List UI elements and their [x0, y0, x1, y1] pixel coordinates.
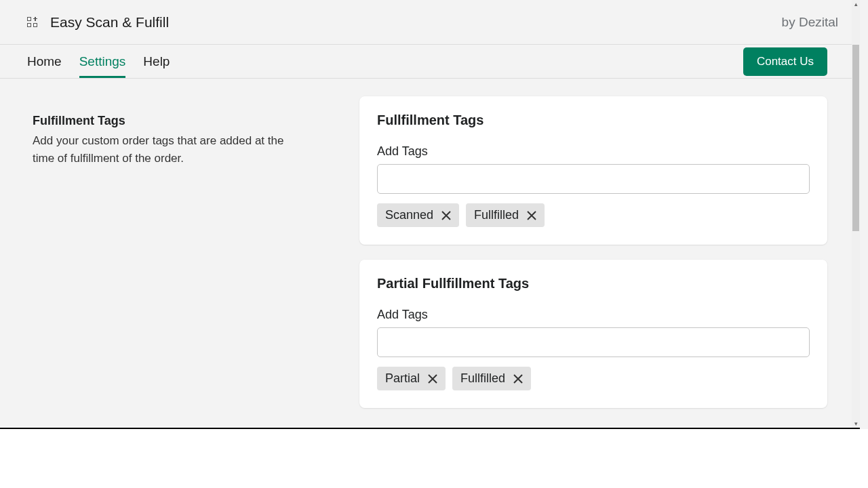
- tag-chip: Fullfilled: [466, 203, 545, 227]
- tab-home[interactable]: Home: [27, 45, 62, 78]
- cards-column: Fullfillment Tags Add Tags Scanned Fullf…: [359, 96, 827, 408]
- section-description: Add your custom order tags that are adde…: [33, 132, 304, 167]
- tab-settings[interactable]: Settings: [79, 45, 126, 78]
- tag-label: Scanned: [385, 208, 433, 222]
- tag-label: Partial: [385, 371, 420, 386]
- app-header: Easy Scan & Fulfill by Dezital: [0, 0, 860, 45]
- tag-label: Fullfilled: [474, 208, 519, 222]
- tag-chip: Partial: [377, 367, 446, 390]
- add-tags-input[interactable]: [377, 327, 810, 357]
- tag-label: Fullfilled: [460, 371, 505, 386]
- scrollbar[interactable]: ▴ ▾: [852, 0, 860, 428]
- tags-row: Scanned Fullfilled: [377, 203, 810, 227]
- tags-row: Partial Fullfilled: [377, 367, 810, 390]
- app-title: Easy Scan & Fulfill: [50, 14, 169, 30]
- close-icon[interactable]: [512, 373, 524, 385]
- contact-us-button[interactable]: Contact Us: [743, 47, 827, 76]
- tag-chip: Scanned: [377, 203, 459, 227]
- header-left: Easy Scan & Fulfill: [27, 14, 169, 30]
- card-title: Fullfillment Tags: [377, 113, 810, 128]
- bottom-panel: [0, 429, 868, 488]
- close-icon[interactable]: [526, 209, 538, 222]
- tab-help[interactable]: Help: [143, 45, 170, 78]
- section-info: Fulfillment Tags Add your custom order t…: [33, 96, 359, 408]
- field-label: Add Tags: [377, 308, 810, 322]
- card-title: Partial Fullfillment Tags: [377, 276, 810, 291]
- content: Fulfillment Tags Add your custom order t…: [0, 79, 860, 408]
- fulfillment-tags-card: Fullfillment Tags Add Tags Scanned Fullf…: [359, 96, 827, 245]
- tabs: Home Settings Help: [27, 45, 170, 78]
- partial-fulfillment-tags-card: Partial Fullfillment Tags Add Tags Parti…: [359, 260, 827, 408]
- field-label: Add Tags: [377, 144, 810, 159]
- apps-icon: [27, 17, 38, 28]
- scroll-up-icon[interactable]: ▴: [852, 0, 860, 8]
- close-icon[interactable]: [427, 373, 439, 385]
- by-line: by Dezital: [782, 15, 838, 30]
- tag-chip: Fullfilled: [452, 367, 531, 390]
- scroll-thumb[interactable]: [852, 45, 859, 231]
- section-title: Fulfillment Tags: [33, 114, 359, 128]
- tab-bar: Home Settings Help Contact Us: [0, 45, 860, 79]
- close-icon[interactable]: [440, 209, 452, 222]
- add-tags-input[interactable]: [377, 164, 810, 194]
- scroll-down-icon[interactable]: ▾: [852, 420, 860, 428]
